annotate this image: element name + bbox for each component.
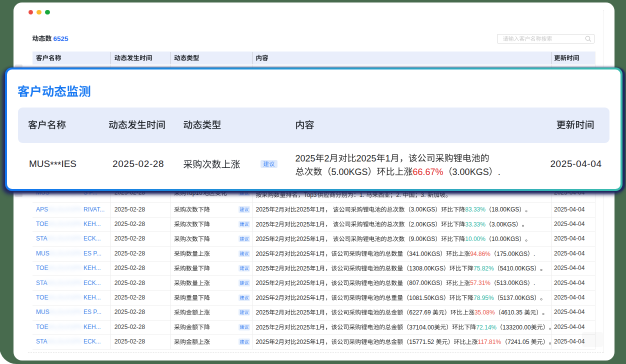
svg-text:2025: 2025 [356,154,376,164]
svg-text:3.00KGS: 3.00KGS [452,167,489,177]
svg-text:5.00KGS: 5.00KGS [332,167,368,177]
svg-text:1: 1 [386,154,390,164]
svg-text:.: . [498,167,500,177]
svg-text:2: 2 [324,154,330,164]
svg-text:66.67%: 66.67% [413,167,444,177]
svg-text:2025: 2025 [296,154,316,164]
